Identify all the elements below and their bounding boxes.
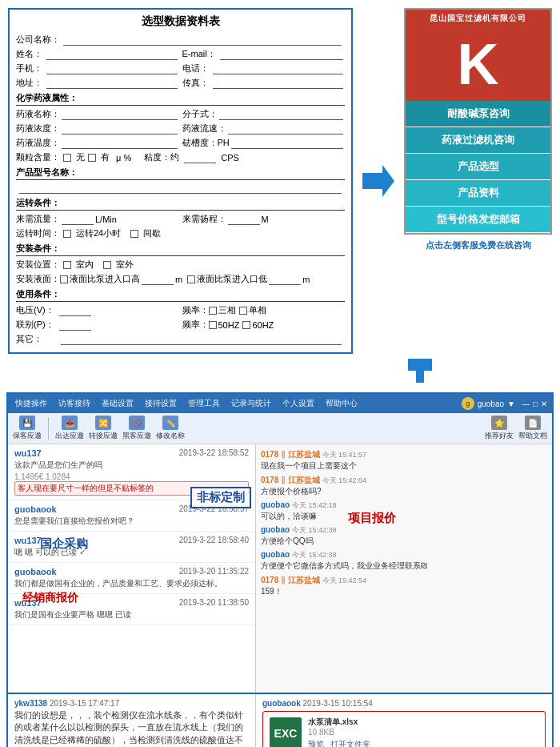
phone-input[interactable] [46, 63, 178, 74]
other-input[interactable] [61, 334, 342, 345]
topbar-menu-visit[interactable]: 访客接待 [56, 396, 93, 411]
chat-time: 2019-3-20 11:35:22 [179, 567, 249, 576]
name-label: 姓名： [16, 48, 45, 60]
history-icon: 📄 [525, 416, 541, 430]
voltage-half: 电压(V)： [16, 304, 179, 316]
topbar-menu-help[interactable]: 帮助中心 [323, 396, 360, 411]
particle-have-label: 有 [101, 151, 110, 163]
chem-conc-input[interactable] [62, 123, 178, 135]
topbar-menu-basic[interactable]: 基础设置 [99, 396, 136, 411]
menu-btn-filter[interactable]: 药液过滤机咨询 [406, 127, 550, 154]
chem-temp-input[interactable] [62, 138, 178, 149]
freq-50-check[interactable] [209, 321, 217, 329]
email-input[interactable] [220, 49, 344, 60]
inlet-high-input[interactable] [142, 274, 174, 285]
flow-input[interactable] [62, 214, 94, 225]
inlet-high-check[interactable] [60, 275, 68, 283]
msg-content: 159！ [261, 586, 547, 597]
tel-half: 电话： [182, 62, 346, 74]
list-item[interactable]: wu137 2019-3-22 18:58:40 嗯 嗯 可以的 已读 ✓ [8, 532, 255, 563]
menu-btn-acid[interactable]: 耐酸碱泵咨询 [406, 101, 550, 127]
single-phase-label: 单相 [249, 304, 266, 316]
product-input[interactable] [19, 183, 342, 194]
list-item[interactable]: guobaook 2019-3-20 11:35:22 我们都是做国有企业的，产… [8, 563, 255, 594]
topbar-min[interactable]: — [522, 400, 530, 408]
company-input[interactable] [63, 34, 342, 46]
install-env-row: 安装位置： 室内 室外 [16, 259, 345, 271]
env-outdoor-check[interactable] [103, 261, 111, 269]
topbar-menu-reception[interactable]: 接待设置 [142, 396, 179, 411]
runtime-24h-check[interactable] [63, 230, 71, 238]
voltage-switch-row: 电压(V)： 频率： 三相 单相 [16, 304, 345, 316]
install-section-title: 安装条件： [16, 243, 345, 256]
toolbar-save[interactable]: 💾 保客应邀 [13, 416, 42, 441]
topbar-close[interactable]: ✕ [541, 400, 547, 408]
three-phase-check[interactable] [209, 307, 217, 315]
excel-preview-btn[interactable]: 预览 [308, 739, 324, 747]
menu-btn-selection[interactable]: 产品选型 [406, 154, 550, 180]
particle-have-check[interactable] [88, 154, 96, 162]
particle-none-check[interactable] [63, 154, 71, 162]
email-label: E-mail： [182, 48, 218, 60]
list-item[interactable]: wu137 2019-3-20 11:38:50 我们是国有企业要严格 嗯嗯 已… [8, 594, 255, 625]
conc-flow-row: 药液浓度： 药液流速： [16, 122, 345, 135]
menu-btn-product[interactable]: 产品资料 [406, 180, 550, 207]
toolbar-out[interactable]: 📤 出达应邀 [55, 416, 84, 441]
fax-input[interactable] [213, 78, 344, 89]
topbar-menu-personal[interactable]: 个人设置 [280, 396, 317, 411]
transfer-icon: 🔀 [95, 416, 111, 430]
msg-user: 0178 ‖ 江苏盐城 [261, 476, 320, 484]
toolbar-rename[interactable]: ✏️ 修改名称 [156, 416, 185, 441]
single-phase-check[interactable] [239, 307, 247, 315]
phone-label: 手机： [16, 62, 45, 74]
phone-half: 手机： [16, 62, 179, 74]
toolbar-transfer[interactable]: 🔀 转接应邀 [89, 416, 118, 441]
env-indoor-check[interactable] [63, 261, 71, 269]
email-half: E-mail： [182, 48, 346, 60]
msg-content: 现在我一个项目上需要这个 [261, 460, 547, 472]
bottom-right-header: guobaook 2019-3-15 10:15:54 [262, 699, 546, 708]
company-name: 昆山国宝过滤机有限公司 [430, 14, 526, 22]
topbar-dropdown[interactable]: ▼ [507, 400, 515, 408]
menu-btn-price[interactable]: 型号价格发您邮箱 [406, 207, 550, 233]
toolbar-recommend[interactable]: ⭐ 推荐好友 [485, 416, 514, 441]
chat-right: 0178 ‖ 江苏盐城 今天 15:41:57 现在我一个项目上需要这个 017… [256, 444, 552, 693]
toolbar-block[interactable]: 🚫 黑客应邀 [122, 416, 151, 441]
bottom-chat-inner: ykw3138 2019-3-15 17:47:17 我们的设想是，，，装个检测… [8, 694, 552, 747]
tel-input[interactable] [213, 63, 344, 74]
topbar-menu-records[interactable]: 记录与统计 [229, 396, 274, 411]
list-item[interactable]: guobaook 2019-3-22 18:58:37 您是需要我们直接给您报价… [8, 500, 255, 532]
bottom-left-header: ykw3138 2019-3-15 17:47:17 [14, 699, 249, 708]
toolbar-history[interactable]: 📄 帮助文档 [518, 416, 547, 441]
toolbar-recommend-label: 推荐好友 [485, 431, 514, 441]
voltage-input[interactable] [59, 305, 91, 316]
range-input[interactable] [228, 214, 260, 225]
address-input[interactable] [46, 78, 178, 89]
chat-time: 2019-3-20 11:38:50 [179, 598, 249, 608]
topbar-menu-manage[interactable]: 管理工具 [186, 396, 222, 411]
topbar-menu-quick[interactable]: 快捷操作 [13, 396, 50, 411]
mol-input[interactable] [219, 109, 344, 120]
topbar-max[interactable]: □ [533, 400, 538, 408]
viscosity-input[interactable] [184, 152, 216, 163]
runtime-interval-check[interactable] [130, 230, 138, 238]
chem-name-input[interactable] [62, 109, 178, 120]
bottom-left: ykw3138 2019-3-15 17:47:17 我们的设想是，，，装个检测… [8, 694, 256, 747]
name-input[interactable] [46, 49, 178, 60]
msg-user: 0178 ‖ 江苏盐城 [261, 450, 320, 459]
ph-input[interactable] [231, 138, 343, 149]
freq-60-check[interactable] [242, 321, 250, 329]
inlet-low-input[interactable] [269, 274, 301, 285]
drive-section-title: 运转条件： [16, 197, 345, 211]
chat-toolbar: 💾 保客应邀 📤 出达应邀 🔀 转接应邀 🚫 黑客应邀 ✏️ 修改名称 [8, 413, 552, 444]
chem-flow-input[interactable] [228, 123, 344, 135]
flow-unit: L/Min [95, 215, 117, 224]
power-input[interactable] [59, 319, 91, 331]
excel-open-btn[interactable]: 打开文件夹 [330, 739, 370, 747]
env-label: 安装位置： [16, 259, 60, 271]
bottom-sender-time: 2019-3-15 17:47:17 [50, 699, 119, 708]
bottom-right-time: 2019-3-15 10:15:54 [303, 699, 373, 708]
list-item[interactable]: wu137 2019-3-22 18:58:52 这款产品是您们生产的吗 1.1… [8, 444, 255, 500]
company-row: 公司名称： [16, 34, 345, 46]
inlet-low-check[interactable] [187, 275, 195, 283]
